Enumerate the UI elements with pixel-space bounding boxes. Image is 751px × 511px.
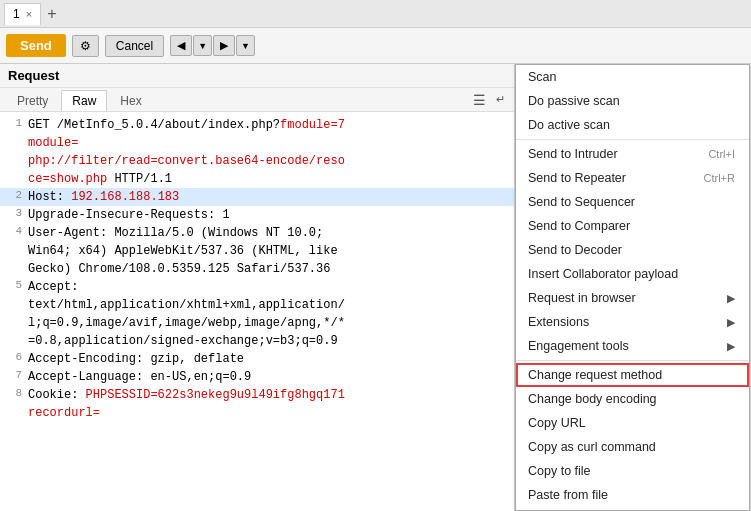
menu-item[interactable]: Send to Comparer [516,214,749,238]
menu-item-label: Change body encoding [528,392,657,406]
menu-item-label: Insert Collaborator payload [528,267,678,281]
tab-raw[interactable]: Raw [61,90,107,111]
menu-item-label: Send to Intruder [528,147,618,161]
send-button[interactable]: Send [6,34,66,57]
menu-item-label: Do active scan [528,118,610,132]
menu-item-label: Send to Repeater [528,171,626,185]
tab-add-button[interactable]: + [43,5,60,23]
menu-item-label: Copy to file [528,464,591,478]
menu-item-label: Scan [528,70,557,84]
request-panel-tabs: Pretty Raw Hex ☰ ↵ [0,88,514,112]
menu-item-label: Send to Decoder [528,243,622,257]
menu-item[interactable]: Send to Sequencer [516,190,749,214]
request-panel-title: Request [0,64,514,88]
menu-separator [516,360,749,361]
tab-hex[interactable]: Hex [109,90,152,111]
list-icon[interactable]: ☰ [470,91,489,109]
gear-button[interactable]: ⚙ [72,35,99,57]
menu-item[interactable]: Change body encoding [516,387,749,411]
menu-item-label: Paste from file [528,488,608,502]
menu-item-label: Engagement tools [528,339,629,353]
tab-pretty[interactable]: Pretty [6,90,59,111]
menu-separator [516,139,749,140]
context-menu: ScanDo passive scanDo active scanSend to… [515,64,750,511]
submenu-arrow-icon: ▶ [727,316,735,329]
panel-tools: ☰ ↵ [470,91,508,111]
tab-bar: 1 × + [0,0,751,28]
menu-item[interactable]: Save item [516,507,749,511]
table-row: 3 Upgrade-Insecure-Requests: 1 [0,206,514,224]
table-row: 5 Accept: text/html,application/xhtml+xm… [0,278,514,350]
menu-item-shortcut: Ctrl+R [704,172,735,184]
nav-back-dropdown[interactable]: ▼ [193,35,212,56]
menu-item[interactable]: Do active scan [516,113,749,137]
nav-buttons: ◀ ▼ ▶ ▼ [170,35,255,56]
nav-fwd-dropdown[interactable]: ▼ [236,35,255,56]
tab-close-icon[interactable]: × [26,8,32,20]
menu-item-label: Send to Comparer [528,219,630,233]
menu-item-label: Send to Sequencer [528,195,635,209]
submenu-arrow-icon: ▶ [727,340,735,353]
submenu-arrow-icon: ▶ [727,292,735,305]
table-row: 4 User-Agent: Mozilla/5.0 (Windows NT 10… [0,224,514,278]
table-row: 6 Accept-Encoding: gzip, deflate [0,350,514,368]
menu-item[interactable]: Paste from file [516,483,749,507]
menu-item-label: Request in browser [528,291,636,305]
table-row: 8 Cookie: PHPSESSID=622s3nekeg9u9l49ifg8… [0,386,514,422]
menu-item-label: Change request method [528,368,662,382]
menu-item-label: Do passive scan [528,94,620,108]
tab-1[interactable]: 1 × [4,3,41,25]
menu-item-label: Copy as curl command [528,440,656,454]
table-row: 2 Host: 192.168.188.183 [0,188,514,206]
nav-back-button[interactable]: ◀ [170,35,192,56]
menu-item[interactable]: Change request method [516,363,749,387]
menu-item[interactable]: Extensions▶ [516,310,749,334]
menu-item[interactable]: Do passive scan [516,89,749,113]
nav-fwd-button[interactable]: ▶ [213,35,235,56]
menu-item[interactable]: Copy URL [516,411,749,435]
menu-item[interactable]: Send to IntruderCtrl+I [516,142,749,166]
menu-item[interactable]: Copy to file [516,459,749,483]
menu-item[interactable]: Send to RepeaterCtrl+R [516,166,749,190]
menu-item[interactable]: Copy as curl command [516,435,749,459]
menu-item[interactable]: Insert Collaborator payload [516,262,749,286]
table-row: 1 GET /MetInfo_5.0.4/about/index.php?fmo… [0,116,514,188]
menu-item-shortcut: Ctrl+I [708,148,735,160]
table-row: 7 Accept-Language: en-US,en;q=0.9 [0,368,514,386]
menu-item[interactable]: Request in browser▶ [516,286,749,310]
menu-item-label: Copy URL [528,416,586,430]
main-content: Request Pretty Raw Hex ☰ ↵ 1 GET /MetInf… [0,64,751,511]
menu-item[interactable]: Scan [516,65,749,89]
tab-label: 1 [13,7,20,21]
menu-item[interactable]: Engagement tools▶ [516,334,749,358]
toolbar: Send ⚙ Cancel ◀ ▼ ▶ ▼ [0,28,751,64]
menu-item[interactable]: Send to Decoder [516,238,749,262]
wrap-icon[interactable]: ↵ [493,91,508,109]
menu-item-label: Extensions [528,315,589,329]
cancel-button[interactable]: Cancel [105,35,164,57]
request-panel: Request Pretty Raw Hex ☰ ↵ 1 GET /MetInf… [0,64,515,511]
code-editor[interactable]: 1 GET /MetInfo_5.0.4/about/index.php?fmo… [0,112,514,511]
